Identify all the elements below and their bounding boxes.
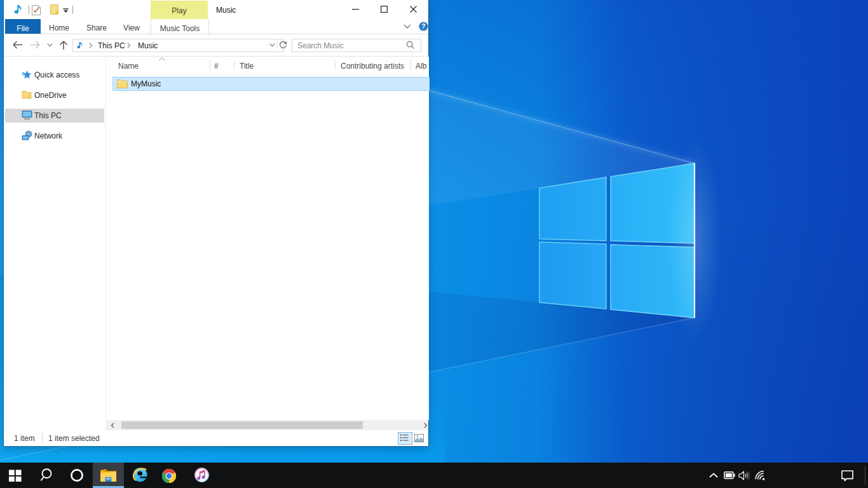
svg-text:?: ? [421, 23, 425, 30]
